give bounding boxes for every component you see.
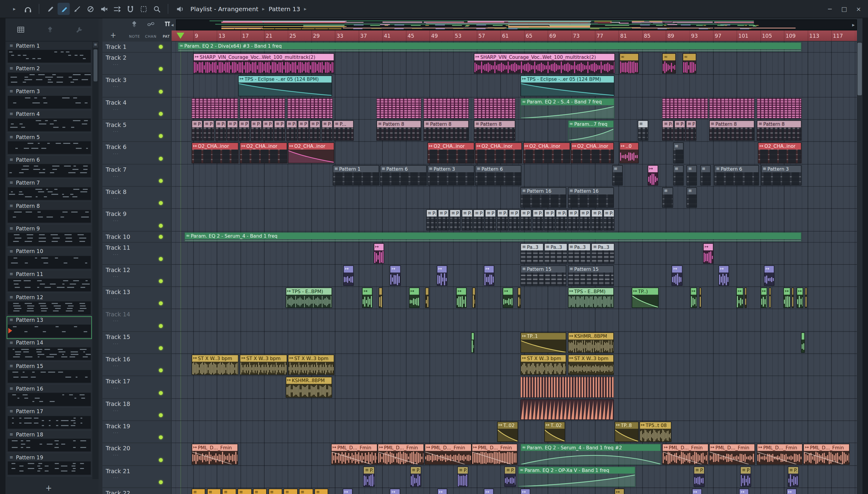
- track-mute-led[interactable]: [159, 224, 163, 227]
- audio-clip[interactable]: ↦PML_D..._Fmin: [191, 444, 238, 465]
- pattern-clip[interactable]: ≡: [673, 165, 684, 186]
- track-mute-led[interactable]: [159, 368, 163, 373]
- pattern-item[interactable]: ≡Pattern 15: [7, 362, 92, 385]
- pattern-clip[interactable]: ≡Pa..9: [532, 210, 544, 230]
- pattern-clip[interactable]: ≡Pa..7: [215, 120, 226, 141]
- pattern-clip[interactable]: ≡Pattern 3: [427, 165, 474, 186]
- track-mute-led[interactable]: [159, 179, 163, 183]
- track-mute-led[interactable]: [159, 346, 163, 350]
- pattern-clip[interactable]: [474, 98, 515, 118]
- scrollbar-thumb[interactable]: [94, 49, 97, 81]
- mute-tool-icon[interactable]: [97, 3, 110, 15]
- track-lane[interactable]: ∞Param. EQ 2 - S..4 - Band 7 freq: [172, 97, 857, 120]
- current-pattern-label[interactable]: Pattern 13: [269, 5, 300, 12]
- pattern-clip[interactable]: ≡Pa..9: [591, 210, 603, 230]
- pattern-clip[interactable]: ≡Pattern 6: [714, 165, 759, 186]
- audio-clip[interactable]: ↦: [764, 265, 774, 286]
- pattern-clip[interactable]: ≡Pa..3: [520, 243, 544, 264]
- audio-clip[interactable]: [471, 332, 474, 353]
- pattern-clip[interactable]: ≡Pattern 16: [520, 187, 567, 208]
- track-header[interactable]: Track 17...: [102, 376, 171, 399]
- audio-clip[interactable]: ↦PML_D..._Fmin: [757, 444, 803, 465]
- audio-clip[interactable]: ↦: [736, 287, 743, 308]
- audio-clip[interactable]: [699, 287, 701, 308]
- slip-tool-icon[interactable]: [111, 3, 123, 15]
- pattern-clip[interactable]: ≡Pattern 1: [333, 165, 379, 186]
- pattern-clip[interactable]: ≡Pa..7: [251, 120, 262, 141]
- snap-magnet-icon[interactable]: [124, 3, 136, 15]
- pattern-item[interactable]: ≡Pattern 18: [7, 430, 92, 453]
- audio-clip[interactable]: ↦O2_CHA..inor: [427, 142, 474, 163]
- track-header[interactable]: Track 7...: [102, 164, 171, 187]
- audio-clip[interactable]: ↦ST X W..3 bpm: [520, 355, 567, 376]
- audio-clip[interactable]: ↦: [343, 489, 353, 494]
- pattern-clip[interactable]: ≡Pa..7: [310, 120, 321, 141]
- track-options-dots[interactable]: ...: [113, 407, 119, 412]
- audio-clip[interactable]: [805, 287, 807, 308]
- pattern-clip[interactable]: ≡P..6: [410, 466, 421, 487]
- pattern-clip[interactable]: ≡: [637, 120, 648, 141]
- pattern-item[interactable]: ≡Pattern 7: [7, 179, 92, 202]
- preview-speaker-icon[interactable]: [173, 3, 185, 15]
- track-header[interactable]: Track 13...: [102, 287, 171, 309]
- pattern-clip[interactable]: ≡: [283, 489, 298, 494]
- track-options-dots[interactable]: ...: [113, 362, 119, 367]
- pattern-clip[interactable]: ≡: [612, 165, 623, 186]
- pattern-clip[interactable]: ≡Pa..9: [461, 210, 473, 230]
- pattern-item[interactable]: ≡Pattern 11: [7, 270, 92, 293]
- pattern-clip[interactable]: [240, 98, 285, 118]
- audio-clip[interactable]: ↦: [437, 489, 447, 494]
- pattern-clip[interactable]: [191, 98, 238, 118]
- audio-clip[interactable]: [801, 332, 805, 353]
- track-header[interactable]: Track 20...: [102, 443, 171, 466]
- track-mute-led[interactable]: [159, 257, 163, 261]
- audio-clip[interactable]: [378, 287, 382, 308]
- pattern-glue-icon[interactable]: [46, 25, 55, 34]
- audio-clip[interactable]: ↦ST X W..3 bpm: [240, 355, 287, 376]
- pattern-clip[interactable]: [287, 98, 333, 118]
- audio-clip[interactable]: ↦TPS - E..BPM): [568, 287, 614, 308]
- pat-filter-label[interactable]: PAT: [163, 34, 170, 39]
- audio-clip[interactable]: ↦: [796, 287, 804, 308]
- audio-clip[interactable]: [425, 287, 429, 308]
- pattern-clip[interactable]: ≡Pa..7: [239, 120, 250, 141]
- add-track-button[interactable]: +: [110, 31, 116, 39]
- track-lane[interactable]: ≡≡≡≡≡≡≡≡≡↦↦↦↦↦↦↦↦↦: [172, 488, 857, 494]
- pattern-clip[interactable]: ≡Pattern 15: [520, 265, 567, 286]
- audio-clip[interactable]: ↦KSHMR..8BPM: [285, 377, 332, 398]
- pattern-item[interactable]: ≡Pattern 12: [7, 293, 92, 316]
- track-header[interactable]: Track 4...: [102, 97, 171, 120]
- audio-clip[interactable]: ↦TPS - Eclipse -..er 05 (124 BPM): [520, 75, 614, 96]
- track-mute-led[interactable]: [159, 112, 163, 116]
- track-lane[interactable]: [172, 309, 857, 332]
- pattern-clip[interactable]: ≡Pa..7: [203, 120, 214, 141]
- pattern-clip[interactable]: ≡Pattern 8: [474, 120, 515, 141]
- audio-clip[interactable]: ↦: [503, 287, 513, 308]
- track-mute-led[interactable]: [159, 324, 163, 328]
- track-header[interactable]: Track 3...: [102, 75, 171, 97]
- pattern-clip[interactable]: ≡P..6: [457, 466, 468, 487]
- track-options-dots[interactable]: ...: [113, 83, 119, 88]
- pattern-clip[interactable]: ≡Pa..7: [674, 120, 685, 141]
- pattern-item[interactable]: ≡Pattern 8: [7, 202, 92, 225]
- minimize-button[interactable]: ─: [823, 2, 837, 15]
- audio-clip[interactable]: ↦TP5..t 08: [639, 422, 672, 442]
- pattern-clip[interactable]: ≡: [687, 187, 697, 208]
- add-pattern-button[interactable]: +: [5, 483, 92, 492]
- audio-clip[interactable]: ↦: [786, 489, 796, 494]
- audio-clip[interactable]: ↦PML_D..._Fmin: [425, 444, 471, 465]
- track-header[interactable]: Track 22...: [102, 488, 171, 494]
- scroll-right-icon[interactable]: ▸: [852, 22, 855, 27]
- zoom-tool-icon[interactable]: [151, 3, 163, 15]
- track-options-dots[interactable]: ...: [113, 61, 119, 66]
- track-options-dots[interactable]: ...: [113, 273, 119, 278]
- track-lane[interactable]: ↦ST X W..3 bpm↦ST X W..3 bpm↦ST X W..3 b…: [172, 354, 857, 376]
- audio-clip[interactable]: ↦T..02: [544, 422, 566, 442]
- track-mute-led[interactable]: [159, 235, 163, 239]
- pattern-clip[interactable]: ≡Pa..9: [520, 210, 532, 230]
- pattern-clip[interactable]: ≡P..6: [693, 466, 705, 487]
- pattern-grid-icon[interactable]: [17, 25, 25, 34]
- track-header[interactable]: Track 15...: [102, 332, 171, 354]
- audio-clip[interactable]: ↦PML_D..._Fmin: [804, 444, 850, 465]
- track-header[interactable]: Track 19...: [102, 421, 171, 443]
